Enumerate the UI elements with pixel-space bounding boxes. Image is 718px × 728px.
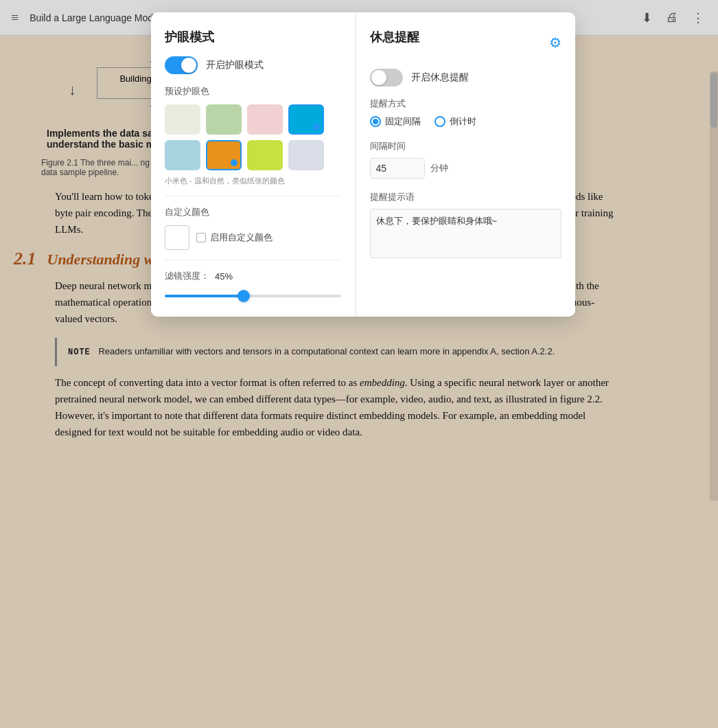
color-swatch-2[interactable]: [206, 104, 242, 135]
color-swatch-grid: [165, 104, 341, 170]
rest-toggle-knob: [371, 70, 386, 85]
radio-fixed-interval[interactable]: 固定间隔: [370, 115, 421, 128]
interval-input[interactable]: [370, 158, 425, 179]
eye-toggle-row: 开启护眼模式: [165, 56, 341, 74]
reminder-method-section: 提醒方式 固定间隔 倒计时: [370, 98, 561, 128]
filter-slider-container[interactable]: [165, 289, 341, 303]
filter-value: 45%: [215, 271, 233, 282]
filter-slider-track: [165, 295, 341, 297]
filter-section: 滤镜强度： 45%: [165, 260, 341, 303]
interval-row: 分钟: [370, 158, 561, 179]
radio-dot-countdown: [435, 116, 445, 127]
rest-panel-header: 休息提醒 ⚙: [370, 29, 561, 56]
color-swatch-5[interactable]: [165, 140, 200, 170]
color-swatch-3[interactable]: [247, 104, 283, 135]
interval-section: 间隔时间 分钟: [370, 140, 561, 179]
color-swatch-1[interactable]: [165, 104, 200, 135]
color-swatch-8[interactable]: [288, 140, 324, 170]
interval-label: 间隔时间: [370, 140, 561, 152]
eye-protection-panel: 护眼模式 开启护眼模式 预设护眼色: [151, 12, 356, 317]
rest-toggle-label: 开启休息提醒: [411, 71, 469, 84]
color-name-label: 小米色 - 温和自然，类似纸张的颜色: [165, 176, 341, 186]
reminder-textarea[interactable]: 休息下，要保护眼睛和身体哦~: [370, 209, 561, 258]
settings-panel: 护眼模式 开启护眼模式 预设护眼色: [151, 12, 575, 317]
gear-icon[interactable]: ⚙: [549, 34, 561, 51]
custom-color-picker[interactable]: [165, 225, 189, 250]
rest-reminder-panel: 休息提醒 ⚙ 开启休息提醒 提醒方式 固定间隔 倒计时: [356, 12, 575, 317]
reminder-text-section: 提醒提示语 休息下，要保护眼睛和身体哦~: [370, 191, 561, 261]
color-swatch-7[interactable]: [247, 140, 283, 170]
custom-color-checkbox[interactable]: [196, 233, 206, 242]
eye-panel-title: 护眼模式: [165, 29, 341, 45]
rest-toggle-row: 开启休息提醒: [370, 69, 561, 87]
rest-toggle-switch[interactable]: [370, 69, 403, 87]
color-swatch-4[interactable]: [288, 104, 324, 135]
custom-color-section-label: 自定义颜色: [165, 206, 341, 218]
eye-toggle-label: 开启护眼模式: [206, 59, 264, 71]
filter-slider-thumb[interactable]: [238, 290, 250, 302]
custom-color-section: 自定义颜色 启用自定义颜色: [165, 196, 341, 250]
radio-countdown[interactable]: 倒计时: [435, 115, 476, 128]
radio-fixed-label: 固定间隔: [385, 115, 421, 128]
radio-countdown-label: 倒计时: [450, 115, 476, 128]
eye-toggle-knob: [181, 58, 196, 73]
filter-label: 滤镜强度：: [165, 270, 209, 282]
color-swatch-6[interactable]: [206, 140, 242, 170]
interval-unit: 分钟: [430, 162, 448, 174]
swatch-dot-6: [231, 159, 238, 166]
rest-panel-title: 休息提醒: [370, 29, 419, 45]
filter-slider-fill: [165, 295, 244, 297]
radio-row: 固定间隔 倒计时: [370, 115, 561, 128]
custom-checkbox-label: 启用自定义颜色: [210, 231, 273, 244]
preset-color-label: 预设护眼色: [165, 85, 341, 98]
filter-row: 滤镜强度： 45%: [165, 270, 341, 282]
custom-checkbox-row: 启用自定义颜色: [196, 231, 273, 244]
reminder-text-label: 提醒提示语: [370, 191, 561, 203]
eye-toggle-switch[interactable]: [165, 56, 198, 74]
swatch-dot-4: [313, 124, 320, 130]
radio-dot-fixed: [370, 116, 381, 127]
custom-color-row: 启用自定义颜色: [165, 225, 341, 250]
method-label: 提醒方式: [370, 98, 561, 110]
